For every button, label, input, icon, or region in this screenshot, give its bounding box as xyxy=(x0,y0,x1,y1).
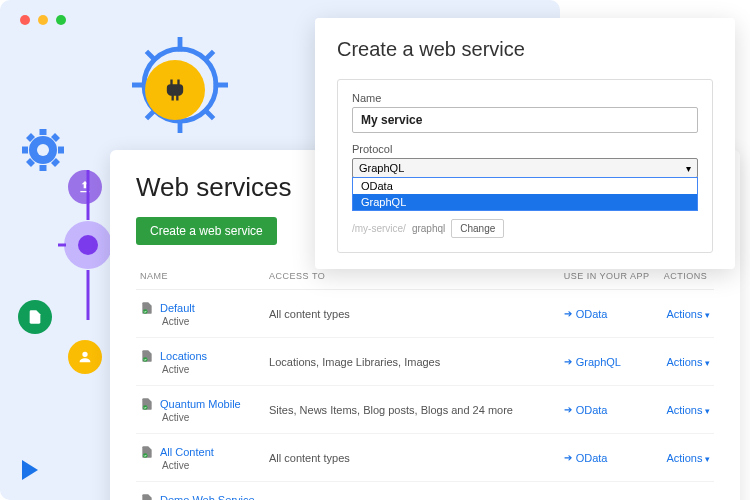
service-access: Sites, News Items, Blog posts, Blogs and… xyxy=(265,386,560,434)
protocol-option-odata[interactable]: OData xyxy=(353,178,697,194)
triangle-decoration-2 xyxy=(22,460,38,480)
service-status: Active xyxy=(162,412,261,423)
user-node-icon xyxy=(68,340,102,374)
col-name: NAME xyxy=(136,263,265,290)
file-node-icon xyxy=(18,300,52,334)
table-row: Locations Active Locations, Image Librar… xyxy=(136,338,714,386)
url-suffix: graphql xyxy=(412,223,445,234)
file-check-icon xyxy=(140,444,154,460)
create-service-modal: Create a web service Name Protocol Graph… xyxy=(315,18,735,269)
service-access: All content types xyxy=(265,290,560,338)
name-input[interactable] xyxy=(352,107,698,133)
service-status: Active xyxy=(162,316,261,327)
protocol-value: GraphQL xyxy=(359,162,404,174)
file-check-icon xyxy=(140,396,154,412)
service-name: Demo Web Service xyxy=(160,494,255,500)
service-name: Locations xyxy=(160,350,207,362)
service-name-link[interactable]: Quantum Mobile xyxy=(140,396,261,412)
url-row: /my-service/graphql Change xyxy=(352,219,698,238)
protocol-label: Protocol xyxy=(352,143,698,155)
file-check-icon xyxy=(140,492,154,500)
use-in-app-link[interactable]: GraphQL xyxy=(564,356,656,368)
file-check-icon xyxy=(140,300,154,316)
protocol-select[interactable]: GraphQL xyxy=(352,158,698,178)
service-name-link[interactable]: Demo Web Service xyxy=(140,492,261,500)
modal-form: Name Protocol GraphQL OData GraphQL /my-… xyxy=(337,79,713,253)
use-in-app-link[interactable]: OData xyxy=(564,404,656,416)
close-dot xyxy=(20,15,30,25)
service-name: All Content xyxy=(160,446,214,458)
service-name: Quantum Mobile xyxy=(160,398,241,410)
actions-dropdown[interactable]: Actions xyxy=(666,452,710,464)
connector-graphic xyxy=(58,160,118,330)
change-url-button[interactable]: Change xyxy=(451,219,504,238)
services-table: NAME ACCESS TO USE IN YOUR APP ACTIONS D… xyxy=(136,263,714,500)
window-controls xyxy=(20,15,66,25)
use-in-app-link[interactable]: OData xyxy=(564,308,656,320)
maximize-dot xyxy=(56,15,66,25)
service-access: Locations, Image Libraries, Images xyxy=(265,338,560,386)
protocol-dropdown: OData GraphQL xyxy=(352,177,698,211)
minimize-dot xyxy=(38,15,48,25)
actions-dropdown[interactable]: Actions xyxy=(666,404,710,416)
service-status: Active xyxy=(162,460,261,471)
svg-point-5 xyxy=(78,235,98,255)
service-access: Sites, News Items, Videos, Bideo Librari… xyxy=(265,482,560,501)
modal-title: Create a web service xyxy=(337,38,713,61)
name-label: Name xyxy=(352,92,698,104)
use-in-app-link[interactable]: OData xyxy=(564,452,656,464)
svg-point-3 xyxy=(37,144,49,156)
table-row: Quantum Mobile Active Sites, News Items,… xyxy=(136,386,714,434)
service-name-link[interactable]: Default xyxy=(140,300,261,316)
table-row: Default Active All content types OData A… xyxy=(136,290,714,338)
create-web-service-button[interactable]: Create a web service xyxy=(136,217,277,245)
service-name-link[interactable]: Locations xyxy=(140,348,261,364)
service-name-link[interactable]: All Content xyxy=(140,444,261,460)
actions-dropdown[interactable]: Actions xyxy=(666,356,710,368)
file-check-icon xyxy=(140,348,154,364)
url-prefix: /my-service/ xyxy=(352,223,406,234)
table-row: All Content Active All content types ODa… xyxy=(136,434,714,482)
service-access: All content types xyxy=(265,434,560,482)
service-name: Default xyxy=(160,302,195,314)
service-status: Active xyxy=(162,364,261,375)
plug-icon xyxy=(145,60,205,120)
actions-dropdown[interactable]: Actions xyxy=(666,308,710,320)
protocol-option-graphql[interactable]: GraphQL xyxy=(353,194,697,210)
table-row: Demo Web Service Active Sites, News Item… xyxy=(136,482,714,501)
